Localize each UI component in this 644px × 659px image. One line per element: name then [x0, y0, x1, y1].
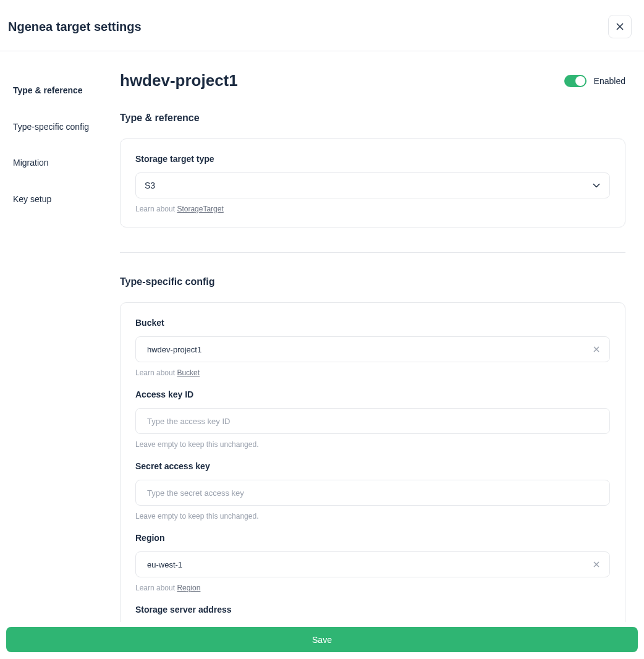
access-key-input-wrap [135, 408, 610, 434]
access-key-input[interactable] [135, 408, 610, 434]
card-type-reference: Storage target type Learn about StorageT… [120, 138, 625, 227]
enabled-label: Enabled [594, 76, 625, 86]
storage-type-select-wrap [135, 172, 610, 198]
server-address-label: Storage server address [135, 605, 610, 614]
enabled-toggle[interactable] [564, 75, 587, 87]
learn-prefix: Learn about [135, 205, 177, 213]
storage-type-label: Storage target type [135, 154, 610, 164]
region-input-wrap [135, 551, 610, 577]
storage-target-link[interactable]: StorageTarget [177, 205, 223, 213]
bucket-input[interactable] [135, 336, 610, 362]
storage-type-select[interactable] [135, 172, 610, 198]
bucket-input-wrap [135, 336, 610, 362]
close-button[interactable] [608, 15, 632, 38]
secret-key-label: Secret access key [135, 461, 610, 471]
close-icon [616, 22, 624, 31]
section-divider [120, 252, 625, 253]
sidebar-item-type-specific-config[interactable]: Type-specific config [13, 114, 120, 141]
enabled-toggle-wrap: Enabled [564, 75, 625, 87]
clear-icon[interactable] [591, 344, 601, 354]
secret-key-input[interactable] [135, 480, 610, 506]
secret-key-input-wrap [135, 480, 610, 506]
sidebar-item-migration[interactable]: Migration [13, 150, 120, 177]
storage-type-help: Learn about StorageTarget [135, 205, 610, 213]
access-key-help: Leave empty to keep this unchanged. [135, 440, 610, 449]
bucket-label: Bucket [135, 318, 610, 328]
save-button[interactable]: Save [6, 627, 638, 652]
sidebar-item-type-reference[interactable]: Type & reference [13, 77, 120, 104]
bucket-help: Learn about Bucket [135, 368, 610, 377]
learn-prefix: Learn about [135, 368, 177, 377]
bucket-link[interactable]: Bucket [177, 368, 200, 377]
header-title: Ngenea target settings [8, 20, 142, 34]
region-help: Learn about Region [135, 584, 610, 592]
title-row: hwdev-project1 Enabled [120, 71, 625, 90]
main-content[interactable]: hwdev-project1 Enabled Type & reference … [120, 51, 644, 622]
region-label: Region [135, 533, 610, 543]
section-heading-type-reference: Type & reference [120, 113, 625, 124]
access-key-label: Access key ID [135, 389, 610, 399]
region-input[interactable] [135, 551, 610, 577]
card-type-specific: Bucket Learn about Bucket Access key ID [120, 302, 625, 622]
section-heading-type-specific: Type-specific config [120, 276, 625, 287]
learn-prefix: Learn about [135, 584, 177, 592]
clear-icon[interactable] [591, 559, 601, 569]
secret-key-help: Leave empty to keep this unchanged. [135, 512, 610, 521]
footer: Save [0, 622, 644, 659]
body: Type & reference Type-specific config Mi… [0, 51, 644, 622]
region-link[interactable]: Region [177, 584, 200, 592]
header: Ngenea target settings [0, 0, 644, 51]
sidebar: Type & reference Type-specific config Mi… [0, 51, 120, 622]
page-title: hwdev-project1 [120, 71, 238, 90]
sidebar-item-key-setup[interactable]: Key setup [13, 186, 120, 213]
